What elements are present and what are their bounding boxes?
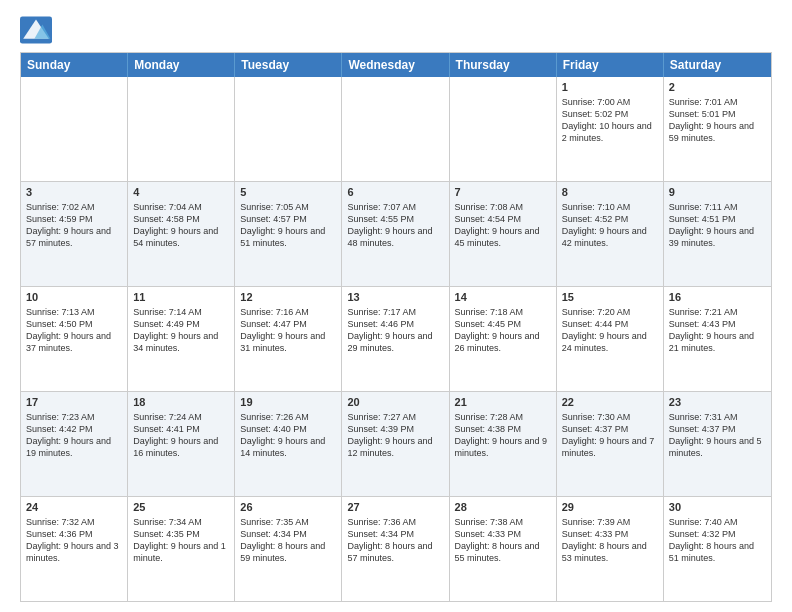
day-number: 10 xyxy=(26,290,122,305)
logo xyxy=(20,16,56,44)
empty-cell-r0c2 xyxy=(235,77,342,181)
day-number: 4 xyxy=(133,185,229,200)
day-info: Sunrise: 7:17 AM xyxy=(347,306,443,318)
day-info: Daylight: 9 hours and 21 minutes. xyxy=(669,330,766,354)
day-cell-9: 9Sunrise: 7:11 AMSunset: 4:51 PMDaylight… xyxy=(664,182,771,286)
day-info: Sunrise: 7:35 AM xyxy=(240,516,336,528)
page: SundayMondayTuesdayWednesdayThursdayFrid… xyxy=(0,0,792,612)
day-info: Sunset: 4:50 PM xyxy=(26,318,122,330)
day-info: Sunset: 4:46 PM xyxy=(347,318,443,330)
day-info: Daylight: 9 hours and 29 minutes. xyxy=(347,330,443,354)
day-info: Daylight: 8 hours and 55 minutes. xyxy=(455,540,551,564)
day-info: Sunrise: 7:07 AM xyxy=(347,201,443,213)
day-cell-25: 25Sunrise: 7:34 AMSunset: 4:35 PMDayligh… xyxy=(128,497,235,601)
day-number: 11 xyxy=(133,290,229,305)
day-number: 29 xyxy=(562,500,658,515)
day-cell-29: 29Sunrise: 7:39 AMSunset: 4:33 PMDayligh… xyxy=(557,497,664,601)
day-info: Sunset: 4:34 PM xyxy=(347,528,443,540)
day-info: Sunset: 4:42 PM xyxy=(26,423,122,435)
day-info: Daylight: 9 hours and 12 minutes. xyxy=(347,435,443,459)
day-info: Daylight: 9 hours and 14 minutes. xyxy=(240,435,336,459)
day-info: Sunrise: 7:28 AM xyxy=(455,411,551,423)
day-info: Daylight: 8 hours and 59 minutes. xyxy=(240,540,336,564)
day-info: Sunset: 4:59 PM xyxy=(26,213,122,225)
day-header-saturday: Saturday xyxy=(664,53,771,77)
day-cell-6: 6Sunrise: 7:07 AMSunset: 4:55 PMDaylight… xyxy=(342,182,449,286)
day-info: Daylight: 9 hours and 42 minutes. xyxy=(562,225,658,249)
calendar-row-5: 24Sunrise: 7:32 AMSunset: 4:36 PMDayligh… xyxy=(21,496,771,601)
day-header-tuesday: Tuesday xyxy=(235,53,342,77)
day-info: Sunrise: 7:01 AM xyxy=(669,96,766,108)
day-info: Daylight: 9 hours and 37 minutes. xyxy=(26,330,122,354)
calendar: SundayMondayTuesdayWednesdayThursdayFrid… xyxy=(20,52,772,602)
day-info: Sunset: 4:52 PM xyxy=(562,213,658,225)
day-info: Daylight: 8 hours and 57 minutes. xyxy=(347,540,443,564)
day-cell-10: 10Sunrise: 7:13 AMSunset: 4:50 PMDayligh… xyxy=(21,287,128,391)
day-info: Sunrise: 7:23 AM xyxy=(26,411,122,423)
day-cell-24: 24Sunrise: 7:32 AMSunset: 4:36 PMDayligh… xyxy=(21,497,128,601)
day-cell-7: 7Sunrise: 7:08 AMSunset: 4:54 PMDaylight… xyxy=(450,182,557,286)
day-info: Sunset: 4:49 PM xyxy=(133,318,229,330)
day-info: Sunrise: 7:21 AM xyxy=(669,306,766,318)
day-cell-12: 12Sunrise: 7:16 AMSunset: 4:47 PMDayligh… xyxy=(235,287,342,391)
day-number: 13 xyxy=(347,290,443,305)
day-info: Daylight: 9 hours and 59 minutes. xyxy=(669,120,766,144)
day-info: Sunset: 4:41 PM xyxy=(133,423,229,435)
day-info: Sunset: 4:43 PM xyxy=(669,318,766,330)
day-info: Daylight: 9 hours and 1 minute. xyxy=(133,540,229,564)
day-cell-21: 21Sunrise: 7:28 AMSunset: 4:38 PMDayligh… xyxy=(450,392,557,496)
day-info: Sunset: 4:55 PM xyxy=(347,213,443,225)
day-info: Daylight: 9 hours and 5 minutes. xyxy=(669,435,766,459)
day-number: 15 xyxy=(562,290,658,305)
day-info: Daylight: 10 hours and 2 minutes. xyxy=(562,120,658,144)
day-number: 14 xyxy=(455,290,551,305)
day-info: Daylight: 9 hours and 16 minutes. xyxy=(133,435,229,459)
day-cell-14: 14Sunrise: 7:18 AMSunset: 4:45 PMDayligh… xyxy=(450,287,557,391)
day-cell-8: 8Sunrise: 7:10 AMSunset: 4:52 PMDaylight… xyxy=(557,182,664,286)
day-info: Sunset: 5:01 PM xyxy=(669,108,766,120)
empty-cell-r0c1 xyxy=(128,77,235,181)
day-cell-3: 3Sunrise: 7:02 AMSunset: 4:59 PMDaylight… xyxy=(21,182,128,286)
day-cell-11: 11Sunrise: 7:14 AMSunset: 4:49 PMDayligh… xyxy=(128,287,235,391)
day-header-sunday: Sunday xyxy=(21,53,128,77)
day-info: Daylight: 9 hours and 34 minutes. xyxy=(133,330,229,354)
logo-icon xyxy=(20,16,52,44)
day-info: Daylight: 9 hours and 54 minutes. xyxy=(133,225,229,249)
day-info: Sunset: 4:32 PM xyxy=(669,528,766,540)
day-number: 19 xyxy=(240,395,336,410)
day-info: Sunset: 4:45 PM xyxy=(455,318,551,330)
day-cell-23: 23Sunrise: 7:31 AMSunset: 4:37 PMDayligh… xyxy=(664,392,771,496)
day-number: 5 xyxy=(240,185,336,200)
day-cell-16: 16Sunrise: 7:21 AMSunset: 4:43 PMDayligh… xyxy=(664,287,771,391)
day-info: Sunrise: 7:00 AM xyxy=(562,96,658,108)
day-info: Sunset: 4:34 PM xyxy=(240,528,336,540)
day-info: Daylight: 9 hours and 3 minutes. xyxy=(26,540,122,564)
day-number: 6 xyxy=(347,185,443,200)
day-info: Sunrise: 7:04 AM xyxy=(133,201,229,213)
calendar-body: 1Sunrise: 7:00 AMSunset: 5:02 PMDaylight… xyxy=(21,77,771,601)
day-cell-30: 30Sunrise: 7:40 AMSunset: 4:32 PMDayligh… xyxy=(664,497,771,601)
day-number: 7 xyxy=(455,185,551,200)
calendar-row-1: 1Sunrise: 7:00 AMSunset: 5:02 PMDaylight… xyxy=(21,77,771,181)
day-info: Sunrise: 7:40 AM xyxy=(669,516,766,528)
day-cell-5: 5Sunrise: 7:05 AMSunset: 4:57 PMDaylight… xyxy=(235,182,342,286)
day-number: 30 xyxy=(669,500,766,515)
day-info: Sunrise: 7:16 AM xyxy=(240,306,336,318)
day-info: Daylight: 8 hours and 53 minutes. xyxy=(562,540,658,564)
day-cell-15: 15Sunrise: 7:20 AMSunset: 4:44 PMDayligh… xyxy=(557,287,664,391)
day-info: Sunset: 4:39 PM xyxy=(347,423,443,435)
day-info: Sunset: 4:47 PM xyxy=(240,318,336,330)
day-cell-28: 28Sunrise: 7:38 AMSunset: 4:33 PMDayligh… xyxy=(450,497,557,601)
day-info: Sunrise: 7:20 AM xyxy=(562,306,658,318)
empty-cell-r0c4 xyxy=(450,77,557,181)
day-number: 2 xyxy=(669,80,766,95)
day-info: Daylight: 9 hours and 48 minutes. xyxy=(347,225,443,249)
day-info: Sunrise: 7:24 AM xyxy=(133,411,229,423)
day-info: Sunrise: 7:05 AM xyxy=(240,201,336,213)
day-header-monday: Monday xyxy=(128,53,235,77)
day-info: Daylight: 9 hours and 24 minutes. xyxy=(562,330,658,354)
day-info: Daylight: 9 hours and 45 minutes. xyxy=(455,225,551,249)
calendar-row-4: 17Sunrise: 7:23 AMSunset: 4:42 PMDayligh… xyxy=(21,391,771,496)
day-number: 22 xyxy=(562,395,658,410)
day-info: Sunrise: 7:18 AM xyxy=(455,306,551,318)
